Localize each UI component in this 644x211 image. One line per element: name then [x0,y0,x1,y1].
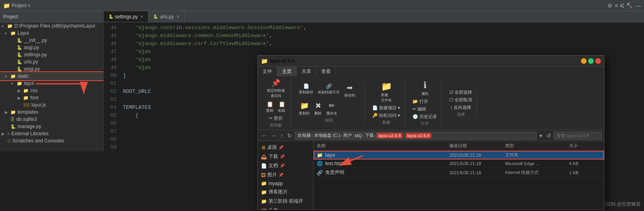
nav-blog-pics[interactable]: 📁 博客图片 [258,187,313,197]
tree-item-layui[interactable]: ▾ 📁 Layui [0,30,103,37]
nav-downloads[interactable]: 📥 下载 📌 [258,152,313,161]
edit-btn[interactable]: ✏ 编辑 [411,106,438,112]
open-btn[interactable]: 📂 打开 [411,98,438,105]
window-controls [581,58,601,64]
desktop-icon: 🖥 [261,145,266,150]
tree-item-init[interactable]: 🐍 __init__.py [0,37,103,44]
pin-btn[interactable]: 📌 固定到快速速访问 [264,78,287,99]
downloads-pin: 📌 [280,154,284,159]
tree-item-templates[interactable]: ▶ 📁 templates [0,108,103,116]
test-row-icon: 🌐 [317,161,323,166]
copy-to-btn[interactable]: 📁 复制到 [297,101,311,117]
copy-path-btn[interactable]: 📄 复制路径 [297,83,315,99]
properties-btn[interactable]: ℹ 属性 [420,79,430,97]
settings-tab-close[interactable]: ✕ [140,14,143,19]
address-bar[interactable]: 此电脑 › 本地磁盘 (C:) › 用户 › MQ › 下载 › layui-v… [295,132,537,140]
new-item-btn[interactable]: 📄 新建项目 ▾ [371,105,401,111]
ribbon-tab-share[interactable]: 共享 [297,67,316,76]
history-btn[interactable]: 🕐 历史记录 [411,113,438,120]
select-all-btn[interactable]: ☑ 全部选择 [448,89,473,96]
tree-item-font[interactable]: ▶ 📁 font [0,94,103,101]
scratches-label: Scratches and Consoles [12,138,64,144]
addr-mq: MQ [355,133,362,138]
git-icon[interactable]: ⑆ [620,2,624,9]
tree-root[interactable]: ▾ 📁 D:\Program Files (x86)\pycharm\Layui [0,22,103,30]
minimize-button[interactable] [581,58,587,64]
tree-item-db[interactable]: 🗄 db.sqlite3 [0,116,103,123]
tree-item-scratches[interactable]: ⊙ Scratches and Consoles [0,137,103,144]
rename-btn[interactable]: ✏ 重命名 [325,101,339,117]
nav-docs[interactable]: 📄 文档 📌 [258,161,313,170]
layui-row-name: layui [325,152,449,158]
tree-item-css[interactable]: ▶ 📁 css [0,87,103,94]
maximize-button[interactable] [588,58,594,64]
cut-btn[interactable]: ✂ 剪切 [268,115,284,122]
run-icon[interactable]: ≡ [615,2,618,9]
tree-item-urls[interactable]: 🐍 urls.py [0,58,103,65]
ribbon-tab-home[interactable]: 主页 [277,67,297,76]
ribbon-tab-view[interactable]: 查看 [316,67,336,76]
settings-icon[interactable]: ⚙ [607,2,612,9]
settings-icon: 🐍 [17,52,22,57]
db-label: db.sqlite3 [16,116,37,122]
tree-item-layui-js[interactable]: 101 layui.js [0,101,103,108]
file-row-test[interactable]: 🌐 test.html 2021/5/30 21:18 Microsoft Ed… [314,160,604,168]
col-size[interactable]: 大小 [569,143,601,149]
addr-refresh-btn[interactable]: ↺ [545,132,552,139]
addr-users: 用户 [343,132,352,138]
paste-shortcut-btn[interactable]: 🔗 粘贴快捷方式 [316,83,341,99]
urls-tab-close[interactable]: ✕ [176,14,180,19]
tab-urls[interactable]: 🐍 urls.py ✕ [148,11,184,22]
disclaimer-row-size: 1 KB [569,170,601,175]
disclaimer-row-date: 2021/5/30 21:18 [449,170,505,175]
file-row-layui[interactable]: 📁 layui 2021/5/30 21:18 文件夹 [314,151,604,160]
explorer-window: 📁 layui-v2.6.8 文件 主页 共享 查看 📌 [257,55,604,210]
tree-item-manage[interactable]: 🐍 manage.py [0,123,103,130]
refresh-button[interactable]: ↻ [286,132,293,139]
select-none-btn[interactable]: ☐ 全部取消 [448,97,473,103]
avatar-icon: 📁 [261,208,267,210]
tab-settings[interactable]: 🐍 settings.py ✕ [104,11,148,22]
nav-frontend[interactable]: 📁 第三阶段 前端开 [258,197,313,206]
back-button[interactable]: ← [260,132,268,139]
minus-icon[interactable]: — [635,2,641,9]
col-name[interactable]: 名称 [317,143,449,149]
editor-tabs: 🐍 settings.py ✕ 🐍 urls.py ✕ [104,11,644,22]
layui-row-icon: 📁 [317,152,323,158]
paste-btn[interactable]: 📋 粘贴 [277,100,287,114]
tree-item-wsgi[interactable]: 🐍 wsgi.py [0,65,103,73]
tree-item-settings[interactable]: 🐍 settings.py [0,51,103,58]
ribbon-tab-file[interactable]: 文件 [258,67,277,76]
hammer-icon[interactable]: 🔨 [626,2,633,9]
search-input[interactable] [554,132,602,140]
explorer-content: 🖥 桌面 📌 📥 下载 📌 📄 文档 📌 🖼 图片 📌 [258,141,604,209]
frontend-label: 第三阶段 前端开 [269,198,303,205]
new-folder-btn[interactable]: 📁 新建文件夹 [379,81,393,104]
forward-button[interactable]: → [270,132,278,139]
explorer-titlebar: 📁 layui-v2.6.8 [258,55,604,67]
dropdown-addr-btn[interactable]: ▾ [538,132,543,139]
settings-tab-label: settings.py [115,14,138,20]
nav-myapp[interactable]: 📁 myapp [258,179,313,187]
ext-libs-icon: ≡ [7,131,10,136]
tree-item-asgi[interactable]: 🐍 asgi.py [0,44,103,51]
explorer-title-text: layui-v2.6.8 [270,58,294,64]
move-to-btn[interactable]: ➡ 移动到 [343,83,357,99]
nav-pictures[interactable]: 🖼 图片 📌 [258,170,313,179]
col-date[interactable]: 修改日期 [449,143,505,149]
delete-btn[interactable]: ✖ 删除 [313,101,323,117]
rename-icon: ✏ [329,101,335,110]
copy-btn[interactable]: 📋 复制 [265,100,275,114]
tree-item-layui-static[interactable]: ▾ 📁 layui [0,80,103,87]
file-row-disclaimer[interactable]: 🔗 免责声明 2021/5/30 21:18 Internet 快捷方式 1 K… [314,168,604,177]
invert-select-btn[interactable]: ↕ 反向选择 [449,104,472,111]
close-button[interactable] [595,58,601,64]
nav-avatar[interactable]: 📁 头像 [258,206,313,209]
up-button[interactable]: ↑ [279,132,284,139]
ribbon-content: 📌 固定到快速速访问 📋 复制 📋 粘贴 [258,76,604,130]
tree-item-ext-libs[interactable]: ▶ ≡ External Libraries [0,130,103,137]
tree-item-static[interactable]: ▾ 📁 static [0,73,103,80]
nav-desktop[interactable]: 🖥 桌面 📌 [258,143,313,152]
easy-access-btn[interactable]: 🔑 轻松访问 ▾ [371,112,401,119]
col-type[interactable]: 类型 [505,143,569,149]
